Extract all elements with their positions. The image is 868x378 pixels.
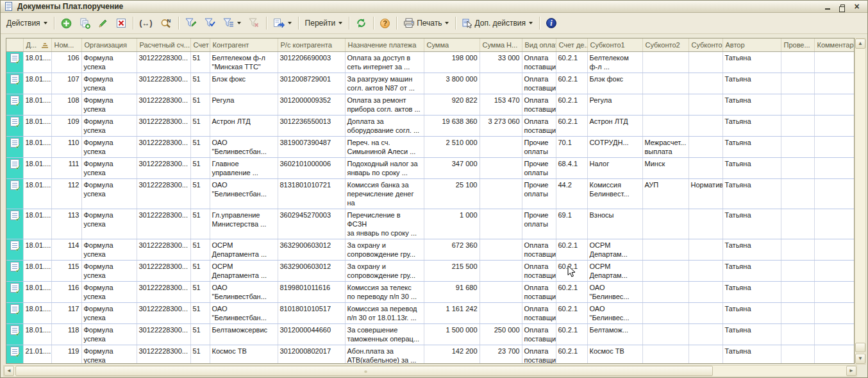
cell-sub3[interactable] [689,260,722,281]
filter-settings-button[interactable] [182,15,200,31]
cell-sum[interactable]: 91 680 [424,281,480,302]
cell-sub2[interactable]: АУП [642,178,689,209]
horizontal-scrollbar[interactable]: ◄ ► [3,365,857,377]
table-row[interactable]: 18.01....107Формула успеха30122228300...… [6,73,855,94]
column-header-nazn[interactable]: Назначение платежа [345,39,424,51]
cell-kontr[interactable]: Гл.управление Министерства ... [210,209,278,239]
cell-author[interactable]: Татьяна [722,209,781,239]
cell-sch[interactable]: 51 [190,73,210,94]
cell-sum[interactable]: 19 638 360 [424,115,480,136]
table-row[interactable]: 18.01....113Формула успеха30122228300...… [6,209,855,239]
column-header-sub3[interactable]: Субконто3 [689,39,722,51]
cell-sub3[interactable] [689,302,722,323]
cell-sch[interactable]: 51 [190,115,210,136]
cell-sub3[interactable] [689,136,722,157]
cell-sub3[interactable] [689,281,722,302]
cell-num[interactable]: 108 [51,94,81,115]
cell-schde[interactable]: 60.2.1 [556,345,587,364]
filter-by-value-button[interactable] [201,15,219,31]
cell-org[interactable]: Формула успеха [81,345,137,364]
cell-d[interactable]: 18.01.... [23,94,51,115]
cell-prov[interactable] [781,345,814,364]
cell-kontr[interactable]: Регула [210,94,278,115]
cell-sub2[interactable] [642,239,689,260]
cell-prov[interactable] [781,302,814,323]
cell-nazn[interactable]: Переч. на сч. Симыниной Алеси ... [345,136,424,157]
column-header-author[interactable]: Автор [722,39,781,51]
cell-sub3[interactable] [689,157,722,178]
cell-acct[interactable]: 30122228300... [137,157,190,178]
column-header-schde[interactable]: Счет де... [556,39,587,51]
cell-num[interactable]: 111 [51,157,81,178]
cell-comm[interactable] [814,115,855,136]
cell-num[interactable]: 110 [51,136,81,157]
cell-sch[interactable]: 51 [190,157,210,178]
cell-sum[interactable]: 215 500 [424,260,480,281]
cell-kontr[interactable]: ОАО "Белинвестбан... [210,178,278,209]
cell-sum[interactable]: 25 100 [424,178,480,209]
cell-rs[interactable]: 3819007390487 [278,136,345,157]
cell-vid[interactable]: Прочие оплаты [522,157,556,178]
cell-vid[interactable]: Оплата поставщик... [522,302,556,323]
cell-rs[interactable]: 3012000044660 [278,323,345,345]
cell-d[interactable]: 18.01.... [23,281,51,302]
posted-marker-cell[interactable] [6,136,23,157]
cell-prov[interactable] [781,51,814,73]
cell-vid[interactable]: Прочие оплаты [522,178,556,209]
cell-sub3[interactable] [689,115,722,136]
cell-prov[interactable] [781,157,814,178]
cell-num[interactable]: 112 [51,178,81,209]
goto-menu-button[interactable]: Перейти [302,16,346,30]
cell-comm[interactable] [814,302,855,323]
cell-vid[interactable]: Оплата поставщик... [522,239,556,260]
cell-sum[interactable]: 1 500 000 [424,323,480,345]
cell-author[interactable]: Татьяна [722,51,781,73]
cell-kontr[interactable]: ОАО "Белинвестбан... [210,302,278,323]
posted-marker-cell[interactable] [6,115,23,136]
cell-nazn[interactable]: За охрану и сопровождение гру... [345,239,424,260]
cell-rs[interactable]: 3632900603012 [278,260,345,281]
cell-org[interactable]: Формула успеха [81,239,137,260]
cell-vid[interactable]: Оплата поставщик... [522,260,556,281]
cell-sub1[interactable]: Астрон ЛТД [587,115,642,136]
cell-sub2[interactable] [642,260,689,281]
cell-prov[interactable] [781,136,814,157]
cell-author[interactable]: Татьяна [722,115,781,136]
cell-schde[interactable]: 60.2.1 [556,94,587,115]
cell-sub1[interactable]: ОАО "Белинвес... [587,302,642,323]
cell-sub3[interactable] [689,323,722,345]
cell-sumn[interactable] [480,178,522,209]
cell-sub1[interactable]: Белтелеком ф-л ... [587,51,642,73]
cell-rs[interactable]: 3012000802017 [278,345,345,364]
scroll-right-button[interactable]: ► [846,366,856,376]
cell-sumn[interactable] [480,260,522,281]
cell-author[interactable]: Татьяна [722,260,781,281]
scroll-down-button[interactable]: ▼ [855,354,865,364]
cell-author[interactable]: Татьяна [722,178,781,209]
cell-kontr[interactable]: Главное управление ... [210,157,278,178]
cell-sum[interactable]: 347 000 [424,157,480,178]
cell-sumn[interactable]: 153 470 [480,94,522,115]
cell-prov[interactable] [781,178,814,209]
cell-sumn[interactable] [480,136,522,157]
cell-rs[interactable]: 3012206690003 [278,51,345,73]
print-menu-button[interactable]: Печать [400,15,452,31]
cell-acct[interactable]: 30122228300... [137,345,190,364]
cell-prov[interactable] [781,281,814,302]
cell-nazn[interactable]: Оплата за ремонт прибора согл. актов ... [345,94,424,115]
cell-sum[interactable]: 2 510 000 [424,136,480,157]
column-header-icon[interactable] [6,39,23,51]
cell-schde[interactable]: 60.2.1 [556,302,587,323]
column-header-sub1[interactable]: Субконто1 [587,39,642,51]
cell-rs[interactable]: 3012236550013 [278,115,345,136]
posted-marker-cell[interactable] [6,94,23,115]
cell-sum[interactable]: 672 360 [424,239,480,260]
cell-rs[interactable]: 3602101000006 [278,157,345,178]
column-header-comm[interactable]: Комментар [814,39,855,51]
cell-org[interactable]: Формула успеха [81,260,137,281]
copy-button[interactable] [76,15,94,31]
cell-author[interactable]: Татьяна [722,157,781,178]
cell-schde[interactable]: 60.2.1 [556,51,587,73]
cell-vid[interactable]: Оплата поставщик... [522,281,556,302]
cell-comm[interactable] [814,51,855,73]
